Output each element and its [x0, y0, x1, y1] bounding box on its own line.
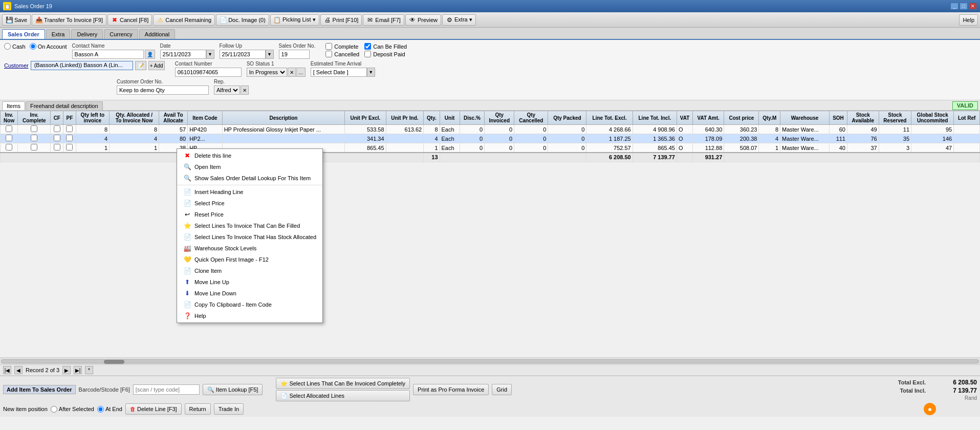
contact-lookup-button[interactable]: 👤 [145, 50, 155, 59]
scroll-thumb[interactable] [104, 360, 124, 364]
ctx-select-lines-allocated[interactable]: 📄 Select Lines To Invoice That Has Stock… [177, 231, 322, 243]
ctx-copy-clipboard[interactable]: 📄 Copy To Clipboard - Item Code [177, 299, 322, 310]
ctx-help[interactable]: ❓ Help [177, 310, 322, 321]
position-after-radio[interactable] [51, 406, 57, 413]
account-radio[interactable] [30, 43, 36, 50]
ctx-delete-line[interactable]: ✖ Delete this line [177, 150, 322, 161]
nav-last-button[interactable]: ▶| [74, 366, 82, 374]
tab-delivery[interactable]: Delivery [71, 29, 103, 39]
so-status-clear-btn[interactable]: ✕ [288, 68, 296, 77]
picking-list-button[interactable]: 📋 Picking List ▾ [270, 14, 319, 26]
cell-inv-now [1, 134, 18, 143]
print-proforma-button[interactable]: Print as Pro Forma Invoice [413, 384, 489, 395]
ctx-move-up[interactable]: ⬆ Move Line Up [177, 276, 322, 288]
cancelled-checkbox[interactable] [325, 51, 332, 57]
grid-button[interactable]: Grid [492, 384, 512, 395]
customer-label[interactable]: Customer [4, 62, 29, 69]
table-row[interactable]: 4 4 80 HP2... 341.34 4 Each 0 0 0 0 1 18… [1, 134, 980, 143]
customer-order-no-input[interactable] [117, 85, 209, 95]
inner-tab-freehand[interactable]: Freehand detail description [26, 101, 103, 110]
account-radio-label[interactable]: On Account [30, 43, 67, 50]
tab-additional[interactable]: Additional [139, 29, 175, 39]
scroll-track[interactable] [1, 359, 979, 363]
save-button[interactable]: 💾 Save [2, 14, 31, 26]
print-button[interactable]: 🖨 Print [F10] [320, 14, 362, 26]
tab-extra[interactable]: Extra [46, 29, 71, 39]
nav-new-button[interactable]: * [85, 366, 93, 374]
tab-currency[interactable]: Currency [104, 29, 138, 39]
cancelled-checkbox-label[interactable]: Cancelled [325, 51, 359, 57]
eta-calendar-button[interactable]: ▼ [367, 68, 375, 77]
doc-image-button[interactable]: 📄 Doc. Image (0) [216, 14, 269, 26]
ctx-open-item[interactable]: 🔍 Open Item [177, 161, 322, 173]
position-end-label[interactable]: At End [97, 406, 122, 413]
follow-up-input[interactable] [220, 50, 266, 59]
customer-add-button[interactable]: + Add [148, 61, 165, 70]
date-input[interactable] [160, 50, 206, 59]
contact-number-input[interactable] [175, 68, 242, 77]
maximize-button[interactable]: □ [960, 3, 968, 10]
so-status-select[interactable]: In Progress [247, 68, 287, 77]
position-after-label[interactable]: After Selected [51, 406, 94, 413]
customer-edit-button[interactable]: 📝 [135, 61, 146, 70]
ctx-show-lookup[interactable]: 🔍 Show Sales Order Detail Lookup For Thi… [177, 173, 322, 184]
ctx-select-price[interactable]: 📄 Select Price [177, 198, 322, 209]
cash-radio[interactable] [4, 43, 11, 50]
nav-prev-button[interactable]: ◀ [14, 366, 23, 374]
cell-qty-canc: 0 [514, 143, 548, 153]
item-lookup-button[interactable]: 🔍 Item Lookup [F5] [203, 384, 263, 395]
email-button[interactable]: ✉ Email [F7] [363, 14, 404, 26]
tab-sales-order[interactable]: Sales Order [2, 29, 45, 39]
rep-select[interactable]: Alfred [214, 85, 240, 95]
can-be-filled-checkbox[interactable] [364, 43, 371, 50]
preview-button[interactable]: 👁 Preview [405, 14, 441, 26]
deposit-paid-checkbox[interactable] [364, 51, 371, 57]
nav-next-button[interactable]: ▶ [62, 366, 71, 374]
cancel-button[interactable]: ✖ Cancel [F8] [107, 14, 152, 26]
ctx-select-lines-fillable[interactable]: ⭐ Select Lines To Invoice That Can Be Fi… [177, 220, 322, 231]
col-qty-packed: Qty Packed [548, 111, 586, 125]
so-status-browse-btn[interactable]: … [296, 68, 306, 77]
complete-checkbox-label[interactable]: Complete [325, 43, 359, 50]
ctx-clone-item[interactable]: 📄 Clone Item [177, 265, 322, 276]
return-button[interactable]: Return [185, 403, 211, 415]
can-be-filled-label[interactable]: Can Be Filled [364, 43, 407, 50]
nav-first-button[interactable]: |◀ [3, 366, 11, 374]
ctx-reset-price[interactable]: ↩ Reset Price [177, 209, 322, 220]
follow-up-calendar-button[interactable]: ▼ [266, 50, 274, 59]
rep-clear-btn[interactable]: ✕ [241, 85, 249, 95]
ctx-quick-open[interactable]: 💛 Quick Open First Image - F12 [177, 254, 322, 265]
transfer-invoice-button[interactable]: 📤 Transfer To Invoice [F9] [32, 14, 106, 26]
horizontal-scrollbar[interactable] [0, 357, 980, 364]
trade-in-button[interactable]: Trade In [214, 403, 244, 415]
cell-global-stock: 47 [911, 143, 954, 153]
cancel-remaining-button[interactable]: ⚠ Cancel Remaining [153, 14, 215, 26]
extra-button[interactable]: ⚙ Extra ▾ [442, 14, 476, 26]
cell-stock-avail: 49 [847, 125, 879, 134]
date-calendar-button[interactable]: ▼ [206, 50, 214, 59]
cash-radio-label[interactable]: Cash [4, 43, 26, 50]
delete-line-button[interactable]: 🗑 Delete Line [F3] [125, 403, 182, 415]
payment-type-group: Cash On Account [4, 43, 67, 50]
position-end-radio[interactable] [97, 406, 104, 413]
select-lines-completely-button[interactable]: ⭐ Select Lines That Can Be Invoiced Comp… [276, 378, 410, 389]
table-row[interactable]: 1 1 38 HP... 865.45 1 Each 0 0 0 0 752.5… [1, 143, 980, 153]
close-button[interactable]: ✕ [969, 3, 977, 10]
eta-input[interactable] [311, 68, 367, 77]
total-vat-amt: 931.27 [693, 153, 724, 162]
barcode-input[interactable] [133, 384, 200, 395]
inner-tab-items[interactable]: Items [2, 101, 25, 110]
ctx-insert-heading[interactable]: 📄 Insert Heading Line [177, 186, 322, 198]
complete-checkbox[interactable] [325, 43, 332, 50]
deposit-paid-label[interactable]: Deposit Paid [364, 51, 407, 57]
contact-name-input[interactable] [72, 50, 144, 59]
select-allocated-button[interactable]: 📄 Select Allocated Lines [276, 390, 410, 401]
help-button[interactable]: Help [959, 14, 978, 26]
minimize-button[interactable]: _ [950, 3, 959, 10]
table-row[interactable]: 8 8 57 HP420 HP Professional Glossy Inkj… [1, 125, 980, 134]
sales-order-no-input[interactable] [279, 50, 310, 59]
orange-circle-button[interactable]: ● [924, 403, 936, 415]
col-stock-avail: StockAvailable [847, 111, 879, 125]
ctx-warehouse-stock[interactable]: 🏭 Warehouse Stock Levels [177, 243, 322, 254]
ctx-move-down[interactable]: ⬇ Move Line Down [177, 288, 322, 299]
